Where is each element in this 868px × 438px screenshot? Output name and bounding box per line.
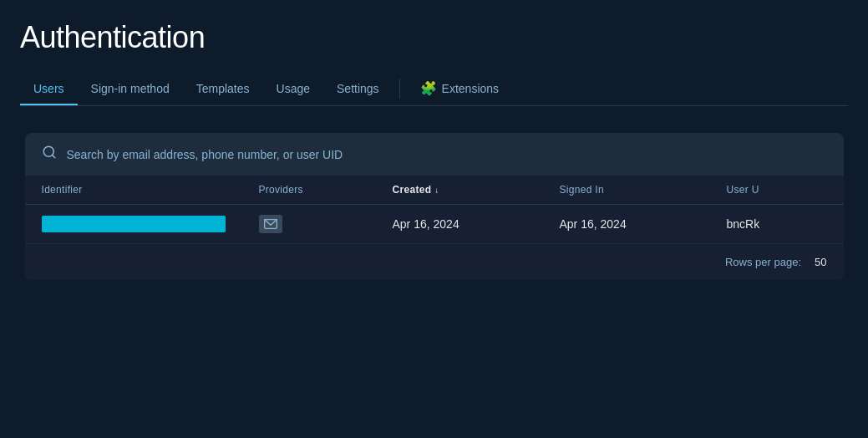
- user-uid-cell: bncRk: [727, 217, 827, 231]
- svg-line-1: [52, 155, 54, 157]
- created-cell: Apr 16, 2024: [393, 217, 560, 231]
- nav-divider: [399, 79, 400, 99]
- tab-users[interactable]: Users: [20, 74, 78, 105]
- search-bar: [25, 133, 844, 176]
- table-row[interactable]: Apr 16, 2024 Apr 16, 2024 bncRk: [25, 205, 844, 244]
- search-icon: [42, 145, 57, 164]
- column-header-signed-in[interactable]: Signed In: [560, 184, 727, 196]
- tab-templates[interactable]: Templates: [183, 74, 263, 105]
- header: Authentication Users Sign-in method Temp…: [0, 0, 868, 106]
- providers-cell: [259, 215, 393, 233]
- column-header-user-uid[interactable]: User U: [727, 184, 827, 196]
- column-header-providers[interactable]: Providers: [259, 184, 393, 196]
- tab-extensions[interactable]: 🧩 Extensions: [407, 72, 512, 106]
- tab-settings[interactable]: Settings: [323, 74, 393, 105]
- sort-arrow-icon: ↓: [434, 186, 439, 195]
- rows-per-page-value: 50: [815, 256, 826, 268]
- page-title: Authentication: [20, 20, 848, 55]
- email-provider-icon: [259, 215, 282, 233]
- tab-sign-in-method[interactable]: Sign-in method: [78, 74, 183, 105]
- identifier-cell: [42, 216, 259, 232]
- column-header-created[interactable]: Created ↓: [393, 184, 560, 196]
- footer-row: Rows per page: 50: [25, 244, 844, 280]
- search-input[interactable]: [67, 148, 827, 161]
- tab-usage[interactable]: Usage: [263, 74, 323, 105]
- extensions-icon: 🧩: [420, 80, 437, 96]
- identifier-redacted: [42, 216, 226, 232]
- signed-in-cell: Apr 16, 2024: [560, 217, 727, 231]
- table-container: Identifier Providers Created ↓ Signed In…: [25, 176, 844, 280]
- column-header-identifier[interactable]: Identifier: [42, 184, 259, 196]
- main-content: Identifier Providers Created ↓ Signed In…: [0, 106, 868, 307]
- nav-tabs: Users Sign-in method Templates Usage Set…: [20, 72, 848, 106]
- content-card: Identifier Providers Created ↓ Signed In…: [25, 133, 844, 280]
- table-header: Identifier Providers Created ↓ Signed In…: [25, 176, 844, 205]
- rows-per-page-label: Rows per page:: [725, 256, 801, 268]
